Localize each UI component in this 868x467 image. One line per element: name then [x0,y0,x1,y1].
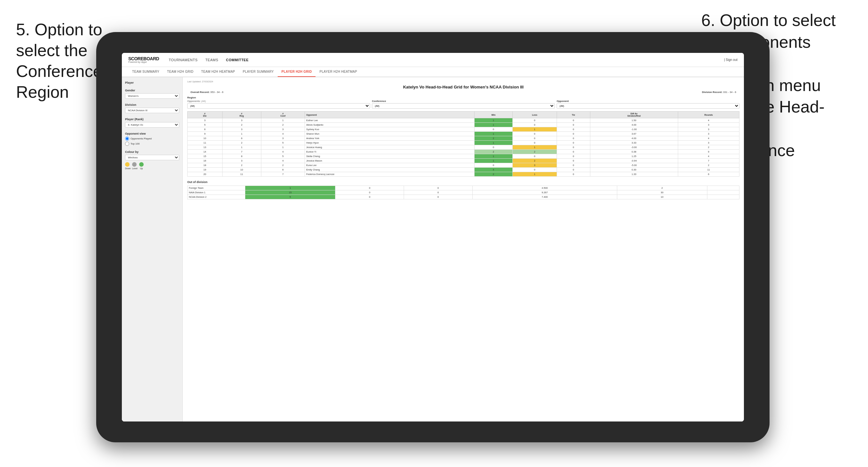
opponent-select[interactable]: (All) [557,103,739,108]
region-filter-group: Region Opponents: (All) (All) [187,96,370,108]
col-loss: Loss [513,112,557,118]
table-row: 15 8 5 Stella Cheng 1 0 0 1.25 4 [188,154,739,159]
col-opponent: Opponent [305,112,474,118]
panel-title: Katelyn Vo Head-to-Head Grid for Women's… [187,85,739,89]
opponent-view-section: Opponent view Opponents Played Top 100 [125,132,179,146]
player-h2h-table: #Div #Reg #Conf Opponent Win Loss Tie Di… [187,111,739,177]
out-of-division-label: Out of division [187,181,739,184]
opponent-filter-group: Opponent (All) [557,100,739,108]
dot-up [139,162,144,167]
table-row: 14 7 4 Eunice Yi 2 2 0 0.38 9 [188,150,739,154]
opponent-filter-label: Opponent [557,100,739,102]
table-row: 18 2 2 Euna Lee 0 3 0 -5.00 2 [188,163,739,168]
col-tie: Tie [557,112,590,118]
table-row: 5 2 2 Alexis Sudjianto 1 0 0 4.00 3 [188,123,739,127]
radio-opponents-played[interactable]: Opponents Played [125,136,179,141]
player-section: Player [125,81,179,84]
table-row: 10 6 3 Andrea York 2 0 0 4.00 4 [188,136,739,141]
subnav-team-summary[interactable]: TEAM SUMMARY [128,67,163,77]
nav-committee[interactable]: COMMITTEE [226,58,249,62]
out-of-division-body: Foreign Team 1 0 0 4.500 2 NAIA Division… [188,186,739,199]
data-panel: Last Updated: 27/03/2024 Katelyn Vo Head… [183,77,744,422]
opponent-view-radio-group: Opponents Played Top 100 [125,136,179,146]
colour-labels: Down Level Up [125,167,179,169]
col-diff: Diff AvStrokes/Rnd [590,112,678,118]
col-conf: #Conf [261,112,305,118]
table-row: NCAA Division 2 5 0 0 7.400 10 [188,195,739,199]
main-content: Player Gender Women's Division NCAA Divi… [122,77,744,422]
player-rank-select[interactable]: 8. Katelyn Vo [125,122,179,128]
colour-label-down: Down [125,167,129,169]
last-updated: Last Updated: 27/03/2024 [187,81,739,83]
dot-level [132,162,136,167]
subnav-player-h2h-heatmap[interactable]: PLAYER H2H HEATMAP [315,67,361,77]
main-nav: TOURNAMENTS TEAMS COMMITTEE [169,58,248,62]
division-select[interactable]: NCAA Division III [125,108,179,113]
overall-record: Overall Record: 353 - 34 - 6 [190,91,223,94]
out-of-division-table: Foreign Team 1 0 0 4.500 2 NAIA Division… [187,186,739,199]
subnav-team-h2h-heatmap[interactable]: TEAM H2H HEATMAP [197,67,239,77]
radio-top100[interactable]: Top 100 [125,142,179,146]
logo: SCOREBOARD [128,56,159,61]
records-row: Overall Record: 353 - 34 - 6 Division Re… [187,91,739,94]
table-row: 11 2 5 Heejo Hyun 1 0 0 3.33 3 [188,141,739,145]
table-row: Foreign Team 1 0 0 4.500 2 [188,186,739,190]
table-row: 3 3 1 Esther Lee 1 0 0 1.50 4 [188,118,739,123]
col-win: Win [474,112,513,118]
subnav-player-h2h-grid[interactable]: PLAYER H2H GRID [278,67,316,77]
colour-label-level: Level [132,167,136,169]
division-record: Division Record: 331 - 34 - 6 [702,91,736,94]
opponents-label: Opponents: (All) [187,100,370,102]
gender-section: Gender Women's [125,89,179,99]
table-row: 16 3 4 Jessica Mason 1 2 0 -0.94 7 [188,159,739,163]
colour-section: Colour by Win/loss Down Level Up [125,150,179,169]
logo-container: SCOREBOARD Powered by clippd [128,56,159,63]
opponent-view-label: Opponent view [125,132,179,135]
col-reg: #Reg [222,112,261,118]
sign-out-link[interactable]: | Sign out [724,58,738,62]
conference-filter-group: Conference (All) [372,100,555,108]
nav-teams[interactable]: TEAMS [205,58,218,62]
table-header: #Div #Reg #Conf Opponent Win Loss Tie Di… [188,112,739,118]
colour-label: Colour by [125,150,179,154]
region-filter-label: Region [187,96,370,99]
colour-select[interactable]: Win/loss [125,155,179,160]
logo-sub: Powered by clippd [128,61,159,63]
sidebar: Player Gender Women's Division NCAA Divi… [122,77,183,422]
table-row: NAIA Division 1 15 0 0 9.267 30 [188,190,739,195]
conference-select[interactable]: (All) [372,103,555,108]
table-row: 20 11 7 Federica Domecq Lacroze 2 1 0 1.… [188,172,739,177]
player-section-label: Player [125,81,179,84]
col-rounds: Rounds [678,112,739,118]
colour-label-up: Up [139,167,144,169]
region-select[interactable]: (All) [187,103,370,108]
dot-down [125,162,129,167]
subnav-player-summary[interactable]: PLAYER SUMMARY [239,67,278,77]
division-section: Division NCAA Division III [125,103,179,113]
player-rank-label: Player (Rank) [125,118,179,121]
colour-dots [125,162,179,167]
filter-row: Region Opponents: (All) (All) Conference… [187,96,739,108]
table-body: 3 3 1 Esther Lee 1 0 0 1.50 4 5 2 [188,118,739,177]
subnav-team-h2h-grid[interactable]: TEAM H2H GRID [163,67,197,77]
division-label: Division [125,103,179,106]
sub-nav: TEAM SUMMARY TEAM H2H GRID TEAM H2H HEAT… [122,67,744,77]
tablet-screen: SCOREBOARD Powered by clippd TOURNAMENTS… [122,53,744,422]
table-row: 19 10 6 Emily Chang 4 0 0 0.30 11 [188,168,739,172]
tablet-device: SCOREBOARD Powered by clippd TOURNAMENTS… [96,32,770,442]
app-header: SCOREBOARD Powered by clippd TOURNAMENTS… [122,53,744,67]
col-div: #Div [188,112,222,118]
gender-label: Gender [125,89,179,92]
conference-filter-label: Conference [372,100,555,102]
table-row: 6 3 3 Sydney Kuo 0 1 0 -1.00 3 [188,127,739,132]
header-right: | Sign out [724,58,738,62]
player-rank-section: Player (Rank) 8. Katelyn Vo [125,118,179,128]
gender-select[interactable]: Women's [125,93,179,99]
nav-tournaments[interactable]: TOURNAMENTS [169,58,197,62]
table-row: 9 1 4 Sharon Mun 1 0 0 3.67 3 [188,132,739,136]
table-row: 13 1 1 Jessica Huang 0 1 0 -3.00 2 [188,145,739,150]
